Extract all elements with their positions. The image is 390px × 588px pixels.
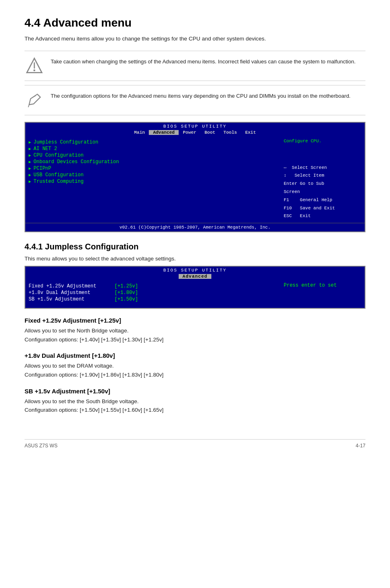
field-fixed125-desc2: Configuration options: [+1.40v] [+1.35v]… [25,335,365,344]
field-dual18-desc2: Configuration options: [+1.90v] [+1.86v]… [25,370,365,379]
bios-entry-onboard: Onboard Devices Configuration [29,159,280,165]
footer-right: 4-17 [356,443,365,449]
bios-help-line-6: F10 Save and Exit [284,204,361,213]
bios2-menubar: Advanced [25,273,365,280]
section-441-title: 4.4.1 Jumpless Configuration [25,242,365,251]
bios2-content-area: Fixed +1.25v Adjustment [+1.25v] +1.8v D… [25,280,365,308]
bios-menubar: Main Advanced Power Boot Tools Exit [25,129,365,136]
bios-menu-advanced: Advanced [149,130,179,135]
field-dual18-desc1: Allows you to set the DRAM voltage. [25,361,365,370]
bios-title: BIOS SETUP UTILITY [25,123,365,129]
bios-screen-2: BIOS SETUP UTILITY Advanced Fixed +1.25v… [25,266,365,309]
bios2-menu-advanced: Advanced [179,274,212,279]
field-dual18-title: +1.8v Dual Adjustment [+1.80v] [25,352,365,359]
info-text: The configuration options for the Advanc… [51,90,350,101]
bios-menu-entries: Jumpless Configuration AI NET 2 CPU Conf… [29,139,280,221]
bios-menu-exit: Exit [241,130,260,135]
bios-help-line-1: ↔ Select Screen [284,164,361,172]
caution-notice: Take caution when changing the settings … [25,51,365,81]
bios-help-line-7: ESC Exit [284,212,361,220]
field-fixed125-desc1: Allows you to set the North Bridge volta… [25,326,365,335]
field-sb15-desc1: Allows you to set the the South Bridge v… [25,397,365,406]
bios-entry-cpu: CPU Configuration [29,153,280,158]
info-notice: The configuration options for the Advanc… [25,85,365,115]
caution-text: Take caution when changing the settings … [51,56,356,66]
bios2-row-1: Fixed +1.25v Adjustment [+1.25v] [29,283,280,289]
bios-entry-trusted: Trusted Computing [29,179,280,184]
bios-menu-main: Main [130,130,149,135]
bios2-title: BIOS SETUP UTILITY [25,267,365,273]
bios2-row-3: SB +1.5v Adjustment [+1.50v] [29,296,280,302]
bios-help-line-5: F1 General Help [284,196,361,204]
bios-help-line-4: Screen [284,188,361,196]
bios-key-help: ↔ Select Screen ↕ Select Item Enter Go t… [284,164,361,221]
bios2-label-1: Fixed +1.25v Adjustment [29,283,110,289]
info-icon [25,90,44,110]
caution-icon [25,56,44,76]
bios2-value-2: [+1.80v] [114,290,138,296]
footer-left: ASUS Z7S WS [25,443,58,449]
bios-menu-power: Power [179,130,200,135]
bios-help-panel: Configure CPU. ↔ Select Screen ↕ Select … [280,139,361,221]
svg-point-2 [34,69,36,71]
svg-line-4 [31,96,36,99]
intro-text: The Advanced menu items allow you to cha… [25,34,365,43]
bios-entry-ainet2: AI NET 2 [29,146,280,152]
bios2-entries: Fixed +1.25v Adjustment [+1.25v] +1.8v D… [29,283,280,303]
svg-line-3 [28,105,29,107]
bios2-value-3: [+1.50v] [114,296,138,302]
bios-menu-tools: Tools [220,130,241,135]
page-footer: ASUS Z7S WS 4-17 [25,439,365,449]
bios-help-line-3: Enter Go to Sub [284,180,361,188]
field-sb15-title: SB +1.5v Adjustment [+1.50v] [25,388,365,395]
bios2-label-3: SB +1.5v Adjustment [29,296,110,302]
bios-entry-usb: USB Configuration [29,172,280,178]
bios-screen-1: BIOS SETUP UTILITY Main Advanced Power B… [25,122,365,233]
bios-copyright: v02.61 (C)Copyright 1985-2007, American … [25,223,365,231]
field-fixed125-title: Fixed +1.25v Adjustment [+1.25v] [25,317,365,324]
bios2-row-2: +1.8v Dual Adjustment [+1.80v] [29,290,280,296]
bios-content-area: Jumpless Configuration AI NET 2 CPU Conf… [25,136,365,223]
bios-help-line-2: ↕ Select Item [284,172,361,180]
bios2-value-1: [+1.25v] [114,283,138,289]
bios-entry-pcipnp: PCIPnP [29,166,280,171]
bios-config-text: Configure CPU. [284,139,361,144]
page-title: 4.4 Advanced menu [25,16,365,29]
section-441-intro: This menu allows you to select the advan… [25,256,365,262]
bios2-label-2: +1.8v Dual Adjustment [29,290,110,296]
bios2-help: Press enter to set [280,283,361,303]
bios-entry-jumpless: Jumpless Configuration [29,139,280,145]
bios2-help-text: Press enter to set [284,283,337,288]
bios-menu-boot: Boot [200,130,219,135]
field-sb15-desc2: Configuration options: [+1.50v] [+1.55v]… [25,406,365,415]
